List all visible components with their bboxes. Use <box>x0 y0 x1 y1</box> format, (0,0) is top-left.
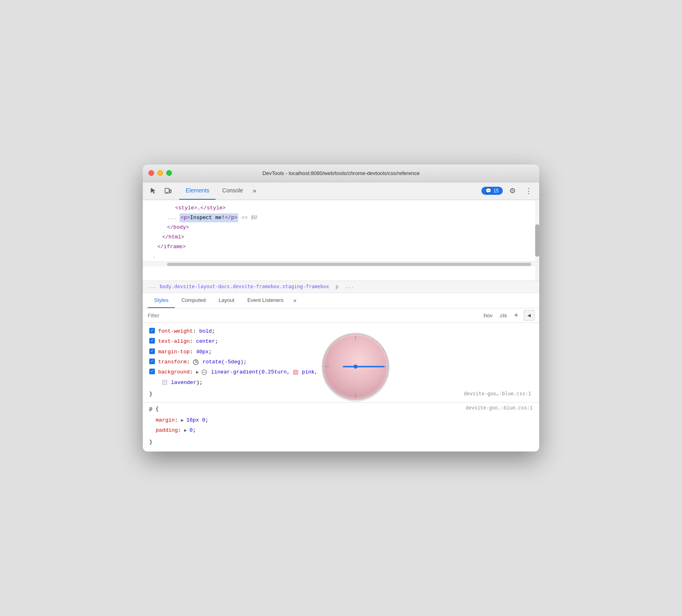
breadcrumb-bar: ... body.devsite-layout-docs.devsite-fra… <box>143 281 539 293</box>
gradient-expand[interactable]: ▶ <box>196 370 201 375</box>
p-closing-brace: } <box>143 436 539 448</box>
filter-actions: :hov .cls + ◄ <box>481 310 534 321</box>
breadcrumb-path[interactable]: body.devsite-layout-docs.devsite-framebo… <box>160 284 329 289</box>
title-bar: DevTools - localhost:8080/web/tools/chro… <box>143 165 539 182</box>
more-style-tabs[interactable]: » <box>293 297 297 304</box>
inspect-element-button[interactable] <box>147 184 160 197</box>
breadcrumb-overflow[interactable]: ... <box>345 284 354 289</box>
elements-selected-row[interactable]: ... <p>Inspect me!</p> == $0 <box>143 213 539 223</box>
elements-row: </iframe> <box>143 242 539 252</box>
devtools-window: DevTools - localhost:8080/web/tools/chro… <box>143 165 539 451</box>
minimize-button[interactable] <box>157 170 163 176</box>
elements-panel: <style>…</style> ... <p>Inspect me!</p> … <box>143 200 539 281</box>
elements-row: </html> <box>143 232 539 242</box>
tab-computed[interactable]: Computed <box>175 293 212 308</box>
css-enabled-checkbox[interactable] <box>149 359 155 364</box>
traffic-lights <box>148 170 172 176</box>
settings-button[interactable]: ⚙ <box>506 184 519 197</box>
css-source[interactable]: devsite-goo…-blue.css:1 <box>466 404 533 413</box>
tab-console[interactable]: Console <box>216 182 249 200</box>
cursor-icon <box>150 187 157 194</box>
css-enabled-checkbox[interactable] <box>149 338 155 344</box>
tab-event-listeners[interactable]: Event Listeners <box>241 293 290 308</box>
filter-input[interactable] <box>148 312 478 319</box>
toolbar-right: 💬 15 ⚙ ⋮ <box>481 184 535 197</box>
svg-point-25 <box>354 365 358 369</box>
message-badge[interactable]: 💬 15 <box>481 187 503 195</box>
more-menu-button[interactable]: ⋮ <box>522 184 535 197</box>
color-swatch-pink[interactable] <box>293 370 298 375</box>
p-source-label[interactable]: devsite-goo…-blue.css:1 <box>464 390 531 399</box>
filter-bar: :hov .cls + ◄ <box>143 308 539 323</box>
clock-overlay[interactable] <box>319 330 392 403</box>
elements-scrollbar[interactable] <box>535 200 539 281</box>
gradient-icon <box>201 369 207 375</box>
p-selector: p { devsite-goo…-blue.css:1 <box>143 403 539 415</box>
main-tabs: Elements Console » <box>179 182 260 200</box>
svg-rect-1 <box>170 190 171 193</box>
breadcrumb-current[interactable]: p <box>336 284 339 289</box>
p-rule-block: p { devsite-goo…-blue.css:1 margin: ▶ 16… <box>143 402 539 449</box>
clock-inline-icon <box>193 359 199 365</box>
tab-elements[interactable]: Elements <box>179 182 216 200</box>
css-property-row: margin: ▶ 16px 0; <box>143 415 539 425</box>
styles-tab-bar: Styles Computed Layout Event Listeners » <box>143 293 539 308</box>
margin-expand[interactable]: ▶ <box>181 418 186 423</box>
h-scrollbar-thumb[interactable] <box>167 263 531 266</box>
maximize-button[interactable] <box>166 170 172 176</box>
more-icon: ⋮ <box>525 186 532 195</box>
more-tabs-icon[interactable]: » <box>250 187 260 194</box>
tab-layout[interactable]: Layout <box>212 293 241 308</box>
color-swatch-lavender[interactable] <box>162 380 167 385</box>
css-enabled-checkbox[interactable] <box>149 328 155 333</box>
cls-filter-button[interactable]: .cls <box>498 312 509 319</box>
box-model-button[interactable]: ◄ <box>524 310 534 321</box>
css-property-row: padding: ▶ 0; <box>143 425 539 435</box>
elements-row: </body> <box>143 223 539 232</box>
css-enabled-checkbox[interactable] <box>149 348 155 354</box>
device-icon <box>164 187 172 194</box>
clock-face-svg <box>319 330 392 403</box>
hov-filter-button[interactable]: :hov <box>481 312 494 319</box>
devtools-toolbar: Elements Console » 💬 15 ⚙ ⋮ <box>143 182 539 200</box>
chat-icon: 💬 <box>485 188 491 194</box>
css-enabled-checkbox[interactable] <box>149 369 155 374</box>
add-rule-button[interactable]: + <box>512 311 521 320</box>
css-rules: font-weight: bold; text-align: center; m… <box>143 323 539 451</box>
device-toolbar-button[interactable] <box>161 184 174 197</box>
elements-scrollbar-thumb[interactable] <box>535 224 539 257</box>
message-count: 15 <box>493 188 499 194</box>
elements-horizontal-scrollbar[interactable] <box>143 262 539 266</box>
breadcrumb-more[interactable]: ... <box>148 284 157 289</box>
padding-expand[interactable]: ▶ <box>184 428 189 433</box>
styles-panel: Styles Computed Layout Event Listeners »… <box>143 293 539 451</box>
window-title: DevTools - localhost:8080/web/tools/chro… <box>263 170 420 176</box>
gear-icon: ⚙ <box>509 186 516 195</box>
tab-styles[interactable]: Styles <box>148 293 175 308</box>
elements-row: . <box>143 252 539 262</box>
elements-row: <style>…</style> <box>143 203 539 213</box>
close-button[interactable] <box>148 170 154 176</box>
